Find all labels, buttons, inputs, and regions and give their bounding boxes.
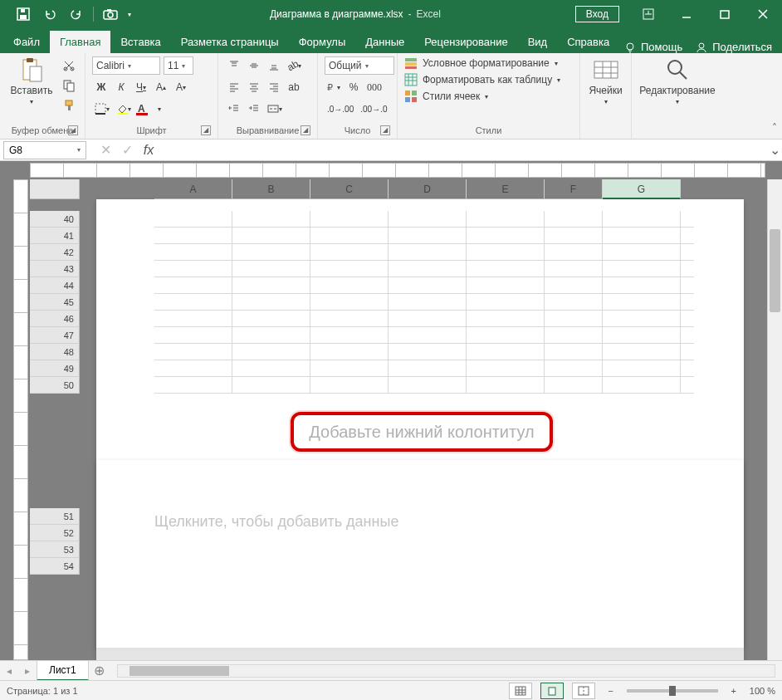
enter-formula-button[interactable]: ✓ [116,141,138,159]
tab-formulas[interactable]: Формулы [289,31,356,53]
tab-review[interactable]: Рецензирование [414,31,517,53]
col-header-e[interactable]: E [467,179,545,199]
tab-home[interactable]: Главная [50,31,110,53]
camera-button[interactable] [97,0,124,28]
align-bottom-button[interactable] [265,56,283,75]
col-header-a[interactable]: A [154,179,232,199]
align-top-button[interactable] [225,56,243,75]
col-header-f[interactable]: F [545,179,603,199]
font-color-button[interactable]: A▾ [135,100,164,118]
minimize-button[interactable] [667,0,706,28]
row-header[interactable]: 40 [30,211,80,228]
row-header[interactable]: 48 [30,344,80,360]
add-footer-placeholder[interactable]: Добавьте нижний колонтитул [291,412,553,452]
decrease-font-button[interactable]: A▾ [172,78,190,96]
save-button[interactable] [10,0,37,28]
horizontal-scrollbar[interactable] [117,664,775,678]
vertical-scrollbar[interactable] [767,179,782,660]
align-launcher[interactable]: ◢ [301,125,310,135]
tell-me-button[interactable]: Помощь [624,41,682,53]
font-name-combo[interactable]: Calibri▾ [92,56,160,75]
share-button[interactable]: Поделиться [696,41,772,53]
zoom-in-button[interactable]: + [726,686,741,696]
cell-grid[interactable] [154,211,694,394]
align-center-button[interactable] [245,78,263,96]
underline-button[interactable]: Ч▾ [132,78,150,96]
sheet-nav-next[interactable]: ▸ [18,665,37,677]
tab-file[interactable]: Файл [3,31,50,53]
ribbon-options-button[interactable] [629,0,667,28]
font-size-combo[interactable]: 11▾ [164,56,193,75]
col-header-d[interactable]: D [389,179,467,199]
row-header[interactable]: 53 [30,541,80,558]
zoom-level[interactable]: 100 % [750,686,775,696]
increase-font-button[interactable]: A▴ [152,78,170,96]
zoom-out-button[interactable]: − [604,686,618,696]
increase-decimal-button[interactable]: .0→.00 [325,100,356,118]
close-button[interactable] [744,0,782,28]
row-header[interactable]: 49 [30,360,80,377]
sign-in-button[interactable]: Вход [575,6,619,22]
view-page-layout-button[interactable] [540,683,564,699]
cells-button[interactable]: Ячейки ▾ [587,56,624,105]
wrap-text-button[interactable]: ab [285,78,303,96]
format-as-table-button[interactable]: Форматировать как таблицу▾ [404,73,560,86]
qat-customize-button[interactable]: ▾ [124,0,135,28]
expand-formula-button[interactable]: ⌄ [767,142,782,158]
add-data-hint[interactable]: Щелкните, чтобы добавить данные [154,513,398,531]
row-header[interactable]: 50 [30,377,80,394]
cancel-formula-button[interactable]: ✕ [95,141,116,159]
tab-page-layout[interactable]: Разметка страницы [171,31,289,53]
col-header-g[interactable]: G [603,179,681,199]
col-header-b[interactable]: B [232,179,310,199]
row-header[interactable]: 54 [30,558,80,575]
number-format-combo[interactable]: Общий▾ [325,56,394,75]
row-header[interactable]: 45 [30,294,80,311]
tab-insert[interactable]: Вставка [110,31,170,53]
horizontal-ruler[interactable] [30,163,765,178]
sheet-nav-prev[interactable]: ◂ [0,665,18,677]
row-header[interactable]: 47 [30,327,80,344]
increase-indent-button[interactable] [245,100,263,118]
decrease-decimal-button[interactable]: .00→.0 [358,100,389,118]
row-header[interactable]: 51 [30,508,80,525]
formula-input[interactable] [159,141,767,159]
conditional-formatting-button[interactable]: Условное форматирование▾ [404,56,560,70]
cut-button[interactable] [60,56,78,75]
fx-button[interactable]: fx [138,141,159,159]
tab-help[interactable]: Справка [557,31,619,53]
view-page-break-button[interactable] [572,683,595,699]
percent-button[interactable]: % [345,78,363,96]
bold-button[interactable]: Ж [92,78,110,96]
row-header[interactable]: 41 [30,228,80,244]
comma-button[interactable]: 000 [364,78,384,96]
vertical-ruler[interactable] [13,179,28,660]
editing-button[interactable]: Редактирование ▾ [640,56,715,105]
align-right-button[interactable] [265,78,283,96]
number-launcher[interactable]: ◢ [380,125,390,135]
align-middle-button[interactable] [245,56,263,75]
font-launcher[interactable]: ◢ [201,125,211,135]
tab-view[interactable]: Вид [518,31,558,53]
format-painter-button[interactable] [60,96,78,115]
currency-button[interactable]: ₽▾ [325,78,343,96]
sheet-tab-1[interactable]: Лист1 [37,660,89,681]
clipboard-launcher[interactable]: ◢ [68,125,78,135]
row-header[interactable]: 44 [30,277,80,294]
fill-color-button[interactable]: ▾ [114,100,134,118]
undo-button[interactable] [37,0,63,28]
row-header[interactable]: 42 [30,244,80,261]
align-left-button[interactable] [225,78,243,96]
row-header[interactable]: 43 [30,261,80,277]
tab-data[interactable]: Данные [355,31,414,53]
zoom-slider[interactable] [627,689,718,693]
collapse-ribbon-button[interactable]: ˄ [772,122,777,134]
row-header[interactable]: 52 [30,525,80,541]
copy-button[interactable] [60,76,78,95]
col-header-c[interactable]: C [310,179,389,199]
view-normal-button[interactable] [509,683,532,699]
cell-styles-button[interactable]: Стили ячеек▾ [404,90,560,103]
italic-button[interactable]: К [112,78,130,96]
paste-button[interactable]: Вставить ▾ [7,56,56,105]
redo-button[interactable] [63,0,90,28]
